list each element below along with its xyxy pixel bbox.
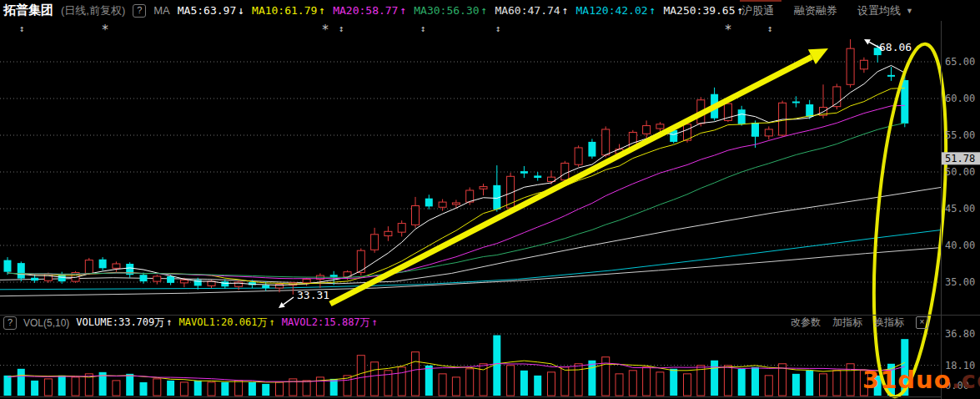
close-icon[interactable]: ×: [916, 316, 928, 329]
svg-text:68.06: 68.06: [879, 41, 912, 53]
volume-bars: [4, 336, 909, 396]
event-updown-icon: ↕: [495, 23, 501, 34]
link-hu-gu-tong[interactable]: 沪股通: [741, 3, 774, 18]
mavol1-value: MAVOL1:20.061万↑: [179, 316, 275, 330]
help-icon[interactable]: ?: [133, 4, 146, 18]
ma10-legend: MA10:61.79↑: [252, 4, 325, 17]
ma30-legend: MA30:56.30↑: [414, 4, 487, 17]
indicator-name: MA: [153, 4, 170, 17]
ma120-trend-arrow-icon: ↑: [648, 4, 656, 17]
ma-line-5: [8, 65, 905, 285]
event-updown-icon: ↕: [339, 23, 344, 34]
event-star-icon: *: [101, 23, 108, 38]
link-margin-trading[interactable]: 融资融券: [794, 3, 837, 18]
top-right-links: 沪股通 融资融券 设置均线 ▼: [741, 0, 913, 21]
volume-indicator-name: VOL(5,10): [23, 317, 69, 329]
ma60-legend: MA60:47.74↑: [495, 4, 568, 17]
price-axis-label: 55.00: [945, 129, 975, 141]
change-params-button[interactable]: 改参数: [791, 316, 821, 330]
price-axis-label: 40.00: [945, 240, 975, 251]
top-red-strip: [740, 0, 781, 2]
ma10-trend-arrow-icon: ↑: [317, 4, 325, 17]
high-price-callout: 68.06: [864, 39, 912, 53]
link-ma-settings[interactable]: 设置均线: [857, 3, 901, 18]
mavol1-trend-arrow-icon: ↑: [267, 316, 274, 328]
short-ma-lines: [8, 65, 905, 382]
price-axis-label: 45.00: [945, 203, 975, 215]
ma250-legend: MA250:39.65↑: [663, 4, 743, 17]
ma20-legend: MA20:58.77↑: [333, 4, 406, 17]
stock-name: 拓普集团: [3, 3, 53, 18]
volume-pane-actions: 改参数 加指标 换指标 ×: [791, 315, 928, 330]
chart-mode-label: (日线,前复权): [61, 3, 125, 18]
add-indicator-button[interactable]: 加指标: [832, 316, 862, 330]
event-updown-icon: ↕: [420, 23, 426, 34]
low-price-callout: 33.31: [279, 289, 329, 308]
ma5-trend-arrow-icon: ↓: [236, 4, 244, 17]
price-axis-label: 50.00: [945, 166, 975, 178]
event-updown-icon: ↕: [767, 23, 773, 34]
price-axis-label: 60.00: [945, 93, 975, 104]
ma120-legend: MA120:42.02↑: [576, 4, 656, 17]
price-axis-label: 65.00: [945, 56, 975, 68]
chevron-down-icon[interactable]: ▼: [906, 7, 913, 15]
event-star-icon: *: [724, 23, 731, 38]
last-price-label: 51.78: [945, 153, 975, 164]
switch-indicator-button[interactable]: 换指标: [874, 316, 904, 330]
mavol2-value: MAVOL2:15.887万↑: [282, 316, 378, 330]
ma20-trend-arrow-icon: ↑: [398, 4, 406, 17]
ma5-legend: MA5:63.97↓: [178, 4, 244, 17]
ma60-trend-arrow-icon: ↑: [560, 4, 569, 17]
svg-text:33.31: 33.31: [297, 289, 329, 301]
stock-app-window: { "header": { "symbol": "拓普集团", "mode": …: [0, 0, 980, 399]
volume-help-icon[interactable]: ?: [3, 316, 17, 330]
volume-axis-label: 18.10: [945, 360, 975, 371]
event-star-icon: *: [321, 23, 329, 38]
kline-chart-canvas[interactable]: ↕**↕↕↕*↕68.0633.3165.0060.0055.0050.0045…: [0, 0, 980, 399]
event-updown-icon: ↕: [19, 23, 25, 34]
volume-trend-arrow-icon: ↑: [164, 316, 172, 328]
price-axis: 65.0060.0055.0050.0045.0040.0035.0051.78…: [0, 21, 980, 399]
ma30-trend-arrow-icon: ↑: [480, 4, 488, 17]
volume-axis-label: 0.00: [945, 380, 969, 391]
volume-value: VOLUME:33.709万↑: [76, 316, 172, 330]
ma-line-10: [8, 88, 905, 285]
annotations: 68.0633.31: [279, 39, 957, 399]
volume-axis-label: 36.80: [945, 328, 975, 340]
trend-arrow: [330, 48, 828, 304]
mavol2-trend-arrow-icon: ↑: [370, 316, 378, 328]
price-axis-label: 35.00: [945, 276, 975, 288]
